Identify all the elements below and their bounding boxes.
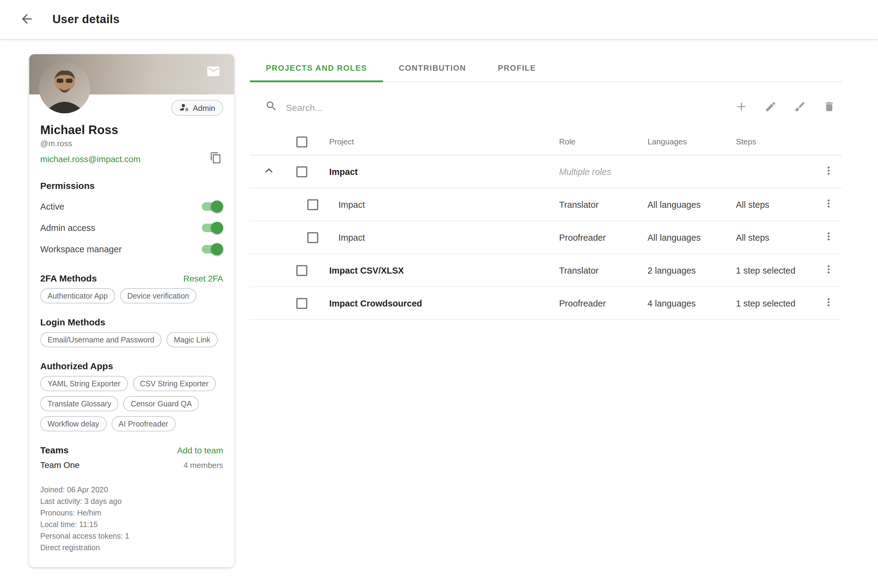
project-steps: All steps	[736, 232, 815, 242]
table-row[interactable]: Impact CSV/XLSX Translator 2 languages 1…	[250, 254, 842, 287]
row-menu-button[interactable]	[819, 293, 838, 313]
project-role: Translator	[559, 200, 648, 209]
project-name: Impact CSV/XLSX	[316, 266, 559, 275]
login-methods-title: Login Methods	[40, 317, 105, 327]
page-title: User details	[53, 13, 119, 26]
project-name: Impact Crowdsourced	[316, 298, 559, 308]
workspace-manager-toggle[interactable]	[201, 243, 223, 255]
tab-contribution[interactable]: CONTRIBUTION	[383, 54, 482, 82]
clear-button[interactable]	[789, 97, 810, 118]
user-meta: Joined: 06 Apr 2020 Last activity: 3 day…	[29, 484, 234, 554]
row-checkbox[interactable]	[296, 166, 307, 177]
meta-last-activity: Last activity: 3 days ago	[40, 496, 223, 508]
project-steps: 1 step selected	[736, 298, 815, 308]
copy-email-button[interactable]	[209, 150, 223, 167]
app-chip: Translate Glossary	[40, 396, 119, 411]
kebab-icon	[822, 165, 835, 178]
send-email-button[interactable]	[205, 63, 222, 80]
project-languages: 2 languages	[648, 266, 736, 275]
select-all-checkbox[interactable]	[296, 136, 307, 147]
toggle-row-workspace-manager: Workspace manager	[40, 238, 223, 260]
avatar	[39, 62, 90, 113]
authorized-apps-title: Authorized Apps	[40, 361, 113, 371]
project-steps: 1 step selected	[736, 266, 815, 275]
trash-icon	[823, 100, 835, 114]
tab-profile[interactable]: PROFILE	[482, 54, 552, 82]
project-name: Impact	[316, 166, 559, 176]
twofa-chip: Device verification	[120, 288, 196, 303]
mail-icon	[206, 64, 221, 80]
table-row[interactable]: Impact Multiple roles	[250, 155, 842, 188]
user-details-page: User details	[0, 0, 878, 588]
project-role: Translator	[559, 266, 648, 275]
chevron-up-icon	[262, 163, 276, 180]
team-members-count: 4 members	[183, 460, 223, 470]
table-row[interactable]: Impact Translator All languages All step…	[250, 188, 842, 221]
twofa-chip: Authenticator App	[40, 288, 115, 303]
row-checkbox[interactable]	[296, 265, 307, 276]
pencil-icon	[765, 100, 777, 114]
column-steps: Steps	[736, 137, 815, 146]
permissions-title: Permissions	[40, 180, 95, 191]
admin-access-toggle[interactable]	[201, 222, 223, 234]
search-icon	[265, 100, 277, 114]
app-chip: AI Proofreader	[111, 416, 176, 431]
back-button[interactable]	[16, 9, 38, 30]
user-username: @m.ross	[40, 139, 223, 148]
active-toggle[interactable]	[201, 200, 223, 212]
row-menu-button[interactable]	[819, 228, 838, 247]
row-menu-button[interactable]	[819, 162, 838, 181]
app-chip: Censor Guard QA	[123, 396, 199, 411]
add-to-team-link[interactable]: Add to team	[177, 446, 223, 455]
table-row[interactable]: Impact Crowdsourced Proofreader 4 langua…	[250, 287, 842, 320]
kebab-icon	[822, 230, 835, 244]
top-bar: User details	[0, 0, 878, 39]
arrow-back-icon	[20, 11, 34, 28]
meta-pronouns: Pronouns: He/him	[40, 508, 223, 519]
admin-role-badge: Admin	[171, 100, 223, 116]
add-button[interactable]	[731, 97, 752, 118]
row-menu-button[interactable]	[819, 195, 838, 214]
meta-registration: Direct registration	[40, 542, 223, 554]
team-name: Team One	[40, 460, 80, 470]
kebab-icon	[822, 296, 835, 310]
table-actions	[731, 97, 842, 118]
project-role: Multiple roles	[559, 166, 648, 176]
collapse-row-button[interactable]	[259, 162, 279, 181]
project-languages: All languages	[648, 232, 736, 242]
project-languages: 4 languages	[648, 298, 736, 308]
row-checkbox[interactable]	[296, 298, 307, 309]
meta-local-time: Local time: 11:15	[40, 519, 223, 531]
column-languages: Languages	[648, 137, 736, 146]
column-project: Project	[316, 137, 559, 146]
user-email-link[interactable]: michael.ross@impact.com	[40, 154, 141, 164]
table-row[interactable]: Impact Proofreader All languages All ste…	[250, 221, 842, 254]
toggle-label: Workspace manager	[40, 244, 122, 254]
plus-icon	[735, 100, 748, 115]
team-row[interactable]: Team One 4 members	[40, 460, 223, 470]
brush-icon	[794, 100, 806, 114]
edit-button[interactable]	[760, 97, 781, 118]
login-method-chip: Email/Username and Password	[40, 332, 162, 347]
reset-2fa-link[interactable]: Reset 2FA	[183, 274, 223, 284]
kebab-icon	[822, 263, 835, 277]
tab-projects-and-roles[interactable]: PROJECTS AND ROLES	[250, 54, 383, 82]
project-steps: All steps	[736, 200, 815, 209]
user-profile-card: Admin Michael Ross @m.ross michael.ross@…	[29, 54, 234, 567]
app-chip: YAML String Exporter	[40, 376, 128, 391]
admin-badge-label: Admin	[193, 103, 215, 112]
tabs: PROJECTS AND ROLES CONTRIBUTION PROFILE	[250, 54, 842, 82]
profile-banner	[29, 54, 234, 94]
search-input[interactable]	[286, 102, 731, 112]
project-languages: All languages	[648, 200, 736, 209]
row-menu-button[interactable]	[819, 261, 838, 280]
column-role: Role	[559, 137, 648, 146]
project-role: Proofreader	[559, 298, 648, 308]
search-toolbar	[250, 90, 842, 125]
meta-access-tokens: Personal access tokens: 1	[40, 531, 223, 542]
delete-button[interactable]	[819, 97, 840, 118]
manage-accounts-icon	[179, 102, 189, 114]
toggle-row-admin-access: Admin access	[40, 217, 223, 238]
twofa-title: 2FA Methods	[40, 273, 97, 284]
copy-icon	[210, 152, 222, 166]
